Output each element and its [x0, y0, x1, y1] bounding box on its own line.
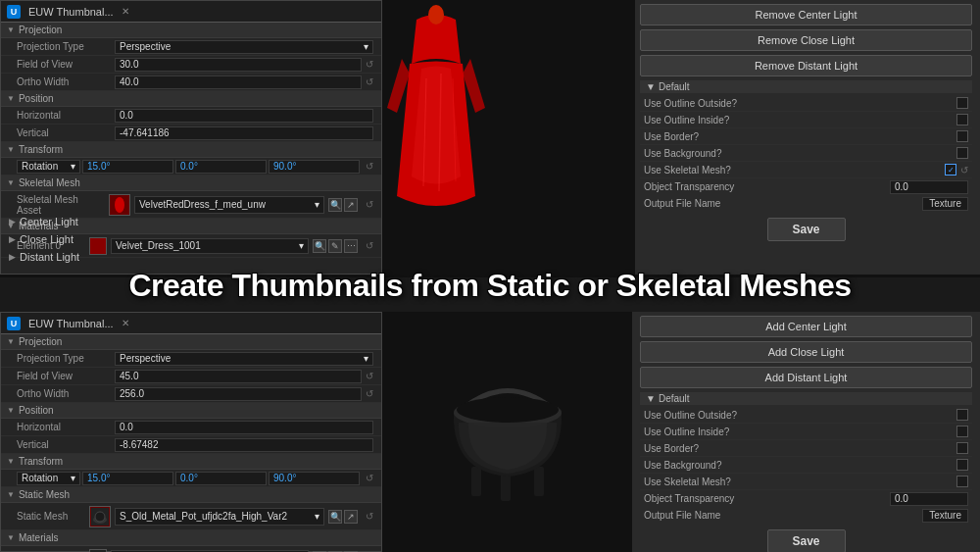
proj-type-select-bottom[interactable]: Perspective▾ [115, 352, 373, 366]
transform-select-bottom[interactable]: Rotation▾ [17, 472, 80, 485]
fov-reset-top[interactable]: ↺ [366, 59, 373, 70]
save-btn-top[interactable]: Save [767, 218, 846, 241]
bottom-tab-label[interactable]: EUW Thumbnal... [28, 318, 114, 329]
border-check-top[interactable] [956, 130, 968, 142]
obj-trans-value-top[interactable]: 0.0 [890, 180, 968, 194]
arrow-transform-top: ▼ [7, 145, 15, 154]
transform-val2-top[interactable]: 0.0° [175, 160, 267, 174]
vert-value-top[interactable]: -47.641186 [115, 126, 373, 140]
output-value-top[interactable]: Texture [922, 197, 968, 211]
section-projection-bottom[interactable]: ▼ Projection [1, 334, 381, 350]
add-center-light-btn[interactable]: Add Center Light [640, 316, 972, 337]
transform-val2-bottom[interactable]: 0.0° [175, 472, 267, 485]
horiz-value-bottom[interactable]: 0.0 [115, 421, 373, 434]
static-browse-icon[interactable]: 🔍 [328, 510, 342, 524]
remove-close-light-btn[interactable]: Remove Close Light [640, 29, 972, 51]
outline-outside-check-top[interactable] [956, 97, 968, 109]
transform-select-top[interactable]: Rotation▾ [17, 160, 80, 174]
tree-center-light[interactable]: ▶ Center Light [9, 213, 79, 230]
horiz-row-bottom: Horizontal 0.0 [1, 419, 381, 436]
ortho-value-bottom[interactable]: 256.0 [115, 387, 362, 401]
vert-value-bottom[interactable]: -8.67482 [115, 438, 373, 452]
default-arrow-bottom: ▼ [646, 393, 656, 404]
static-name-box[interactable]: S_Old_Metal_Pot_ufjdc2fa_High_Var2▾ [115, 508, 324, 526]
add-distant-light-btn[interactable]: Add Distant Light [640, 367, 972, 388]
tree-distant-light[interactable]: ▶ Distant Light [9, 248, 79, 266]
mat-name-top[interactable]: Velvet_Dress_1001▾ [111, 238, 309, 254]
mat-thumb-bottom [89, 549, 107, 553]
add-close-light-btn[interactable]: Add Close Light [640, 341, 972, 363]
v-sep-top2 [632, 0, 635, 275]
mat-browse-icon-top[interactable]: 🔍 [313, 239, 326, 253]
transform-reset-top[interactable]: ↺ [366, 161, 373, 172]
border-check-bottom[interactable] [956, 442, 968, 454]
skeletal-open-icon[interactable]: ↗ [344, 198, 358, 212]
obj-trans-value-bottom[interactable]: 0.0 [890, 492, 968, 506]
remove-distant-light-btn[interactable]: Remove Distant Light [640, 55, 972, 76]
static-asset-row: Static Mesh S_Old_Metal_Pot_ufjdc2fa_Hig… [1, 503, 381, 530]
skeletal-thumb [109, 194, 130, 216]
arrow-skeletal-top: ▼ [7, 178, 15, 187]
section-materials-bottom[interactable]: ▼ Materials [1, 530, 381, 546]
section-transform-top[interactable]: ▼ Transform [1, 142, 381, 158]
skeletal-check-box-top[interactable]: ✓ [945, 164, 956, 176]
top-tab-close[interactable]: ✕ [122, 6, 129, 17]
output-label-top: Output File Name [644, 198, 922, 209]
transform-row-bottom: Rotation▾ 15.0° 0.0° 90.0° ↺ [1, 470, 381, 487]
top-tab-label[interactable]: EUW Thumbnal... [28, 6, 114, 18]
mat-icons-top: 🔍 ✎ ⋯ [313, 239, 358, 253]
bottom-tab-close[interactable]: ✕ [122, 318, 129, 328]
fov-label-top: Field of View [17, 59, 115, 70]
section-transform-label-top: Transform [19, 144, 63, 155]
background-check-top[interactable] [956, 147, 968, 159]
skeletal-check-box-bottom[interactable] [956, 476, 968, 487]
section-position-bottom[interactable]: ▼ Position [1, 403, 381, 419]
transform-val1-top[interactable]: 15.0° [82, 160, 173, 174]
bottom-titlebar: U EUW Thumbnal... ✕ [1, 313, 381, 334]
tree-label-center: Center Light [20, 216, 78, 227]
transform-val3-bottom[interactable]: 90.0° [269, 472, 360, 485]
skeletal-name-box[interactable]: VelvetRedDress_f_med_unw▾ [134, 196, 324, 214]
output-value-bottom[interactable]: Texture [922, 509, 968, 523]
default-arrow-top: ▼ [646, 81, 656, 92]
transform-reset-bottom[interactable]: ↺ [366, 473, 373, 483]
section-static-bottom[interactable]: ▼ Static Mesh [1, 487, 381, 503]
svg-point-2 [428, 5, 444, 25]
ortho-reset-top[interactable]: ↺ [366, 76, 373, 87]
static-open-icon[interactable]: ↗ [344, 510, 358, 524]
ortho-value-top[interactable]: 40.0 [115, 75, 362, 89]
section-transform-bottom[interactable]: ▼ Transform [1, 454, 381, 470]
save-btn-bottom[interactable]: Save [767, 529, 846, 552]
section-projection-top[interactable]: ▼ Projection [1, 23, 381, 38]
fov-value-top[interactable]: 30.0 [115, 58, 362, 72]
background-check-bottom[interactable] [956, 459, 968, 471]
ortho-reset-bottom[interactable]: ↺ [366, 388, 373, 399]
mat-reset-top[interactable]: ↺ [366, 240, 373, 251]
fov-value-bottom[interactable]: 45.0 [115, 370, 362, 383]
outline-outside-check-bottom[interactable] [956, 409, 968, 421]
outline-inside-check-top[interactable] [956, 114, 968, 125]
section-position-top[interactable]: ▼ Position [1, 91, 381, 107]
default-label-top: Default [659, 81, 690, 92]
mat-more-icon-top[interactable]: ⋯ [344, 239, 358, 253]
skeletal-browse-icon[interactable]: 🔍 [328, 198, 342, 212]
border-row-top: Use Border? [640, 128, 972, 145]
section-skeletal-top[interactable]: ▼ Skeletal Mesh [1, 176, 381, 191]
transform-val1-bottom[interactable]: 15.0° [82, 472, 173, 485]
transform-val3-top[interactable]: 90.0° [269, 160, 360, 174]
static-reset[interactable]: ↺ [366, 511, 373, 522]
outline-inside-check-bottom[interactable] [956, 426, 968, 437]
proj-type-row-bottom: Projection Type Perspective▾ [1, 350, 381, 368]
skeletal-check-reset-top[interactable]: ↺ [960, 165, 968, 176]
horiz-value-top[interactable]: 0.0 [115, 109, 373, 123]
ue-logo-bottom: U [7, 317, 21, 330]
skeletal-reset[interactable]: ↺ [366, 199, 373, 210]
projection-type-select-top[interactable]: Perspective▾ [115, 40, 373, 54]
transform-row-top: Rotation▾ 15.0° 0.0° 90.0° ↺ [1, 158, 381, 176]
fov-reset-bottom[interactable]: ↺ [366, 371, 373, 381]
v-sep-top1 [382, 0, 385, 275]
mat-edit-icon-top[interactable]: ✎ [328, 239, 342, 253]
projection-type-label-top: Projection Type [17, 41, 115, 52]
tree-close-light[interactable]: ▶ Close Light [9, 230, 79, 248]
remove-center-light-btn[interactable]: Remove Center Light [640, 4, 972, 25]
